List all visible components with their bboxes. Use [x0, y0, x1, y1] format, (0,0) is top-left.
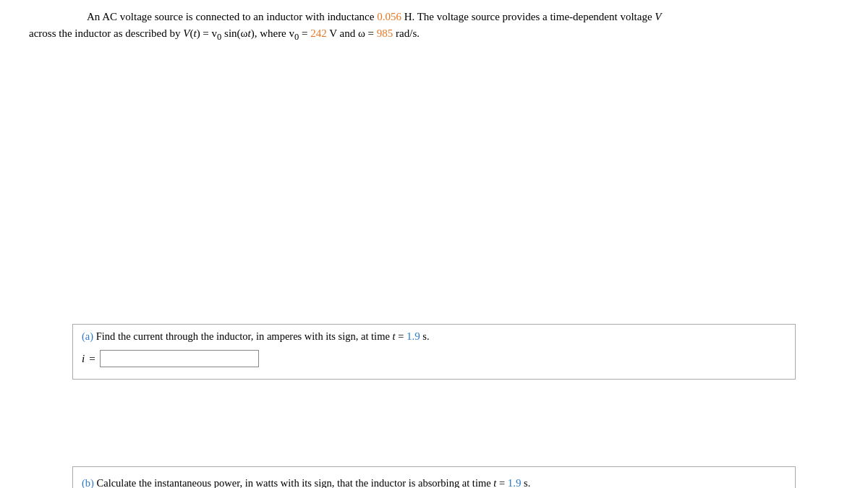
part-a-label: (a)	[82, 330, 93, 342]
part-a-question: (a) Find the current through the inducto…	[82, 330, 786, 343]
page-container: An AC voltage source is connected to an …	[0, 0, 868, 488]
i-label: i	[82, 353, 85, 365]
omega-value: 985	[377, 27, 393, 39]
part-b-t-unit: s.	[521, 477, 530, 488]
voltage-var: V	[655, 11, 661, 22]
part-a-answer-row: i =	[82, 350, 786, 367]
inductance-unit: H. The voltage source provides a time-de…	[401, 11, 655, 22]
part-a-t-value: 1.9	[407, 330, 420, 342]
omega-unit: rad/s.	[393, 27, 420, 39]
and-text: and	[340, 27, 356, 39]
part-b-container: (b) Calculate the instantaneous power, i…	[72, 466, 796, 488]
v0-unit: V	[327, 27, 340, 39]
v0-value: 242	[310, 27, 327, 39]
part-a-container: (a) Find the current through the inducto…	[72, 324, 796, 380]
problem-statement: An AC voltage source is connected to an …	[29, 9, 839, 43]
part-b-text: Calculate the instantaneous power, in wa…	[94, 477, 508, 488]
part-a-text: Find the current through the inductor, i…	[93, 330, 407, 342]
part-b-question: (b) Calculate the instantaneous power, i…	[82, 473, 786, 488]
part-a-t-unit: s.	[420, 330, 430, 342]
spacer	[29, 49, 839, 179]
intro-text-1: An AC voltage source is connected to an …	[87, 11, 377, 22]
intro-text-2: across the inductor as described by V(t)…	[29, 27, 310, 39]
current-answer-input[interactable]	[100, 350, 259, 367]
inductance-value: 0.056	[377, 11, 401, 22]
equals-sign: =	[89, 353, 95, 365]
part-b-t-value: 1.9	[508, 477, 522, 488]
part-b-spacer	[29, 380, 839, 466]
part-b-label: (b)	[82, 477, 94, 488]
omega-text: ω =	[355, 27, 377, 39]
